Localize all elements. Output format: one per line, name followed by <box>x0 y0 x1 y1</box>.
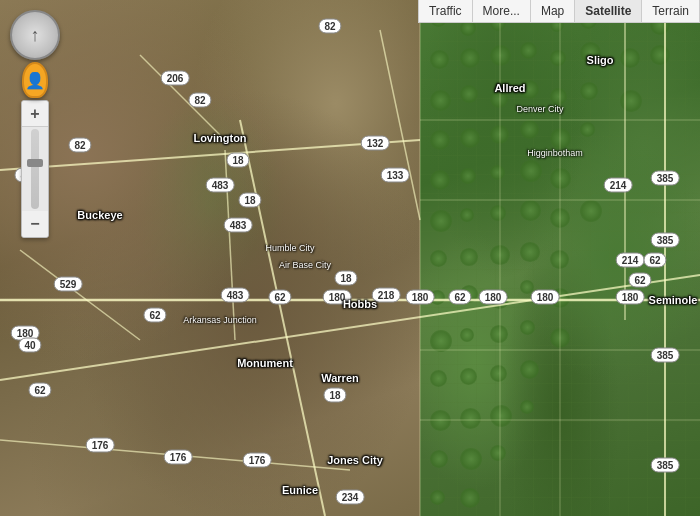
road-badge-r82-top: 82 <box>318 19 341 34</box>
city-label-warren: Warren <box>321 372 359 384</box>
road-badge-r483-low: 483 <box>221 288 250 303</box>
city-label-arkansas-junction: Arkansas Junction <box>183 315 257 325</box>
road-badge-r176-bottom: 176 <box>86 438 115 453</box>
road-badge-r62-arkansas: 62 <box>143 308 166 323</box>
road-badge-r62-mid: 62 <box>268 290 291 305</box>
zoom-in-button[interactable]: + <box>22 101 48 127</box>
city-label-seminole: Seminole <box>649 294 698 306</box>
road-badge-r132: 132 <box>361 136 390 151</box>
road-badge-r62-hobbs: 62 <box>448 290 471 305</box>
road-badge-r385-low: 385 <box>651 348 680 363</box>
road-badge-r62-east: 62 <box>628 273 651 288</box>
city-label-air-base-city: Air Base City <box>279 260 331 270</box>
road-badge-r180-fareast: 180 <box>616 290 645 305</box>
traffic-button[interactable]: Traffic <box>419 0 473 22</box>
road-badge-r206: 206 <box>161 71 190 86</box>
road-badge-r529: 529 <box>54 277 83 292</box>
road-badge-r385-top: 385 <box>651 171 680 186</box>
city-label-eunice: Eunice <box>282 484 318 496</box>
road-badge-r133: 133 <box>381 168 410 183</box>
road-badge-r18-low: 18 <box>323 388 346 403</box>
road-badge-r385-farlow: 385 <box>651 458 680 473</box>
city-label-hobbs: Hobbs <box>343 298 377 310</box>
city-label-buckeye: Buckeye <box>77 209 122 221</box>
city-label-allred: Allred <box>494 82 525 94</box>
city-label-humble-city: Humble City <box>265 243 314 253</box>
terrain-button[interactable]: Terrain <box>642 0 700 22</box>
road-badge-r62-sw: 62 <box>28 383 51 398</box>
more-button[interactable]: More... <box>473 0 531 22</box>
zoom-out-button[interactable]: − <box>22 211 48 237</box>
city-label-denver-city: Denver City <box>516 104 563 114</box>
city-label-sligo: Sligo <box>587 54 614 66</box>
road-badge-r176-right: 176 <box>243 453 272 468</box>
zoom-controls[interactable]: + − <box>21 100 49 238</box>
satellite-button[interactable]: Satellite <box>575 0 642 22</box>
compass-rose[interactable] <box>10 10 60 60</box>
road-badge-r234: 234 <box>336 490 365 505</box>
city-label-higginbotham: Higginbotham <box>527 148 583 158</box>
road-badge-r18-top: 18 <box>226 153 249 168</box>
road-badge-r18-mid: 18 <box>238 193 261 208</box>
map-button[interactable]: Map <box>531 0 575 22</box>
road-badge-r483-mid: 483 <box>224 218 253 233</box>
zoom-slider[interactable] <box>31 129 39 209</box>
zoom-slider-thumb[interactable] <box>27 159 43 167</box>
road-badge-r214-mid: 214 <box>616 253 645 268</box>
road-badge-r214-top: 214 <box>604 178 633 193</box>
road-badge-r176-mid: 176 <box>164 450 193 465</box>
map-left-terrain <box>0 0 420 516</box>
road-badge-r82-mid: 82 <box>68 138 91 153</box>
city-label-lovington: Lovington <box>193 132 246 144</box>
city-label-jones-city: Jones City <box>327 454 383 466</box>
city-label-monument: Monument <box>237 357 293 369</box>
map-toolbar[interactable]: Traffic More... Map Satellite Terrain <box>418 0 700 23</box>
street-view-pegman[interactable] <box>22 62 48 98</box>
map-container[interactable]: LovingtonHobbsBuckeyeHumble CityAir Base… <box>0 0 700 516</box>
road-badge-r483-top: 483 <box>206 178 235 193</box>
map-controls[interactable]: + − <box>10 10 60 238</box>
road-badge-r62-semid: 62 <box>643 253 666 268</box>
road-badge-r18-hobbs: 18 <box>334 271 357 286</box>
road-badge-r385-mid: 385 <box>651 233 680 248</box>
road-badge-r180-mid: 180 <box>406 290 435 305</box>
road-badge-r180-far: 180 <box>531 290 560 305</box>
road-badge-r180-east: 180 <box>479 290 508 305</box>
road-badge-r82-left: 82 <box>188 93 211 108</box>
road-badge-r40-sw: 40 <box>18 338 41 353</box>
